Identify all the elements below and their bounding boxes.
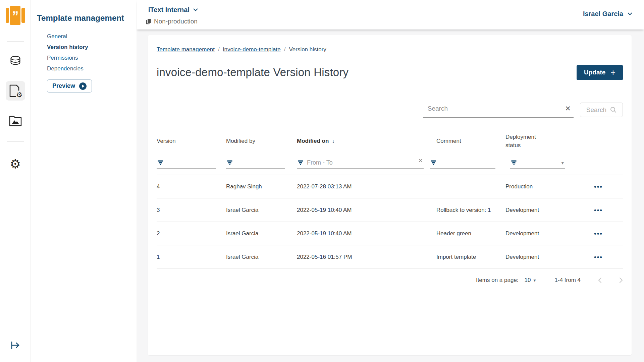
logo-right-bar [21,8,25,23]
breadcrumb-current: Version history [289,46,326,53]
breadcrumb-template-name[interactable]: invoice-demo-template [223,46,281,53]
page-next-button[interactable] [619,277,623,283]
table-row: 2 Israel Garcia 2022-05-19 10:40 AM Head… [157,222,623,245]
cell-status: Development [505,254,574,260]
section-divider [148,87,632,87]
user-menu[interactable]: Israel Garcia [583,10,632,18]
filter-icon[interactable] [157,160,164,166]
cell-version: 1 [157,254,226,260]
cell-comment: Header green [436,230,505,237]
pagination-range: 1-4 from 4 [555,277,581,284]
cell-comment: Rollback to version: 1 [436,207,505,214]
chevron-down-icon [628,12,632,15]
cell-status: Production [505,183,574,190]
cell-comment: Import template [436,254,505,260]
row-actions-icon[interactable]: ••• [594,206,603,214]
copy-icon [146,18,151,24]
version-history-card: Template management / invoice-demo-templ… [148,35,632,355]
logo-quote-icon: ” [10,6,20,25]
nav-item-version-history[interactable]: Version history [47,42,136,53]
date-range-input[interactable] [307,159,415,166]
sidebar-item-template-management[interactable]: ⚙ [6,81,25,101]
breadcrumb-template-management[interactable]: Template management [157,46,215,53]
deployment-status-filter[interactable]: ▾ [510,157,565,169]
version-filter[interactable] [157,157,216,169]
table-row: 3 Israel Garcia 2022-05-19 10:40 AM Roll… [157,198,623,222]
icon-rail: ” ⚙ ⚙ [0,0,31,362]
sidebar-item-resources[interactable] [9,115,22,127]
data-collections-icon[interactable] [9,55,22,68]
filter-icon[interactable] [227,160,233,166]
workspace-selector[interactable]: iText Internal [148,6,198,14]
template-management-panel: Template management General Version hist… [31,0,136,362]
modified-on-filter[interactable]: ✕ [297,157,424,169]
cell-modified-on: 2022-05-16 01:57 PM [297,254,436,260]
date-filter-clear-icon[interactable]: ✕ [418,157,424,164]
page-prev-button[interactable] [598,277,602,283]
expand-sidebar-icon[interactable] [10,341,20,351]
search-input[interactable] [423,105,565,114]
column-header-comment[interactable]: Comment [436,138,505,144]
database-icon [9,55,22,68]
image-folder-icon [9,115,22,127]
itext-logo[interactable]: ” [6,6,25,25]
chevron-right-icon [619,277,623,283]
workspace-name: iText Internal [148,6,190,14]
update-button-label: Update [584,69,605,76]
table-row: 4 Raghav Singh 2022-07-28 03:13 AM Produ… [157,175,623,198]
search-button-label: Search [586,106,606,114]
cell-modified-by: Israel Garcia [226,254,297,260]
breadcrumb-separator: / [284,46,286,53]
panel-nav: General Version history Permissions Depe… [47,31,136,74]
environment-indicator: Non-production [146,18,198,25]
search-clear-icon[interactable]: ✕ [565,105,574,115]
comment-filter[interactable] [430,157,495,169]
row-actions-icon[interactable]: ••• [594,253,603,260]
rail-divider [7,41,24,42]
table-row: 1 Israel Garcia 2022-05-16 01:57 PM Impo… [157,245,623,269]
search-button[interactable]: Search [580,103,623,117]
nav-item-permissions[interactable]: Permissions [47,53,136,63]
cell-modified-by: Raghav Singh [226,183,297,190]
preview-button-label: Preview [52,82,75,89]
cell-modified-by: Israel Garcia [226,230,297,237]
cell-status: Development [505,207,574,214]
breadcrumb: Template management / invoice-demo-templ… [157,46,623,53]
table-header-row: Version Modified by Modified on ↓ Commen… [157,130,623,152]
column-header-modified-by[interactable]: Modified by [226,138,297,144]
row-actions-icon[interactable]: ••• [594,230,603,237]
nav-item-general[interactable]: General [47,31,136,42]
column-header-version[interactable]: Version [157,138,226,144]
cell-version: 4 [157,183,226,190]
table-filter-row: ✕ ▾ [157,152,623,175]
template-gear-icon: ⚙ [15,90,23,99]
content-area: Template management / invoice-demo-templ… [137,29,644,362]
cell-modified-on: 2022-05-19 10:40 AM [297,207,436,214]
chevron-down-icon [193,8,198,11]
top-bar: iText Internal Non-production Israel Gar… [137,0,644,29]
page-size-select[interactable]: 10 ▾ [525,277,536,284]
play-icon [79,82,87,90]
modified-by-filter[interactable] [226,157,285,169]
environment-name: Non-production [154,18,198,25]
preview-button[interactable]: Preview [47,79,92,93]
column-header-modified-on[interactable]: Modified on ↓ [297,138,436,144]
plus-icon: + [610,68,615,77]
cell-version: 2 [157,230,226,237]
settings-gear-icon[interactable]: ⚙ [10,158,21,170]
update-button[interactable]: Update + [577,65,623,80]
cell-modified-on: 2022-07-28 03:13 AM [297,183,436,190]
filter-icon[interactable] [511,160,517,166]
sort-desc-icon[interactable]: ↓ [332,138,334,144]
filter-icon[interactable] [430,160,437,166]
filter-icon[interactable] [298,160,304,166]
cell-status: Development [505,230,574,237]
nav-item-dependencies[interactable]: Dependencies [47,63,136,74]
items-per-page-label: Items on a page: [476,277,519,284]
column-header-deployment-status[interactable]: Deployment status [505,133,574,149]
page-title: invoice-demo-template Version History [157,66,348,79]
row-actions-icon[interactable]: ••• [594,183,603,190]
dropdown-arrow-icon[interactable]: ▾ [561,160,565,166]
rail-divider-2 [7,141,24,142]
search-field: ✕ [423,102,574,118]
